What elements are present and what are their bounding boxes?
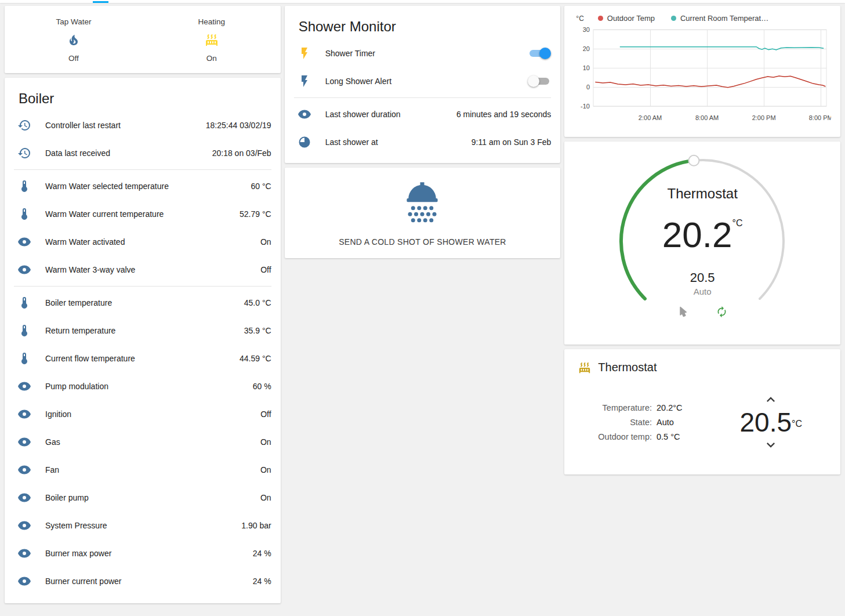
chevron-down-icon[interactable]: [763, 437, 779, 453]
entity-value: 24 %: [253, 577, 271, 586]
entity-row[interactable]: Data last received 20:18 on 03/Feb: [5, 139, 281, 167]
history-graph-card: °C Outdoor Temp Current Room Temperat… 3…: [564, 6, 840, 137]
y-tick-label: 10: [583, 64, 590, 71]
boiler-card: Boiler Controller last restart 18:25:44 …: [5, 78, 281, 603]
entity-name: Boiler pump: [45, 493, 253, 502]
entity-value: 18:25:44 03/02/19: [206, 121, 271, 130]
entity-row[interactable]: Shower Timer: [285, 39, 561, 67]
flash-icon: [298, 46, 311, 60]
entity-row[interactable]: Last shower at 9:11 am on Sun 3 Feb: [285, 128, 561, 156]
entity-value: 24 %: [253, 549, 271, 558]
history-chart-svg: 3020100-102:00 AM8:00 AM2:00 PM8:00 PM: [571, 25, 831, 128]
pointer-icon[interactable]: [677, 306, 689, 318]
eye-icon: [17, 379, 31, 393]
column-left: Tap Water Off Heating On Boiler Controll…: [5, 6, 281, 603]
entity-row[interactable]: Gas On: [5, 428, 281, 456]
entity-row[interactable]: Warm Water selected temperature 60 °C: [5, 172, 281, 200]
axis-unit-label: °C: [576, 15, 583, 23]
column-middle: Shower Monitor Shower Timer Long Shower …: [285, 6, 561, 258]
entity-value: 20:18 on 03/Feb: [212, 148, 271, 158]
entity-row[interactable]: Pump modulation 60 %: [5, 372, 281, 400]
tab-bar: [0, 0, 845, 3]
glance-item-tap-water[interactable]: Tap Water Off: [5, 17, 143, 63]
entity-name: Last shower duration: [325, 110, 449, 119]
cold-shot-button[interactable]: SEND A COLD SHOT OF SHOWER WATER: [285, 168, 561, 258]
x-tick-label: 8:00 PM: [809, 114, 831, 121]
glance-item-heating[interactable]: Heating On: [143, 17, 281, 63]
entity-row[interactable]: Burner current power 24 %: [5, 567, 281, 595]
glance-card: Tap Water Off Heating On: [5, 6, 281, 73]
eye-icon: [17, 574, 31, 588]
active-tab-indicator[interactable]: [93, 1, 108, 3]
entity-row[interactable]: Controller last restart 18:25:44 03/02/1…: [5, 111, 281, 139]
entity-name: Boiler temperature: [45, 298, 237, 307]
chevron-up-icon[interactable]: [763, 392, 779, 408]
attribute-label: State:: [598, 418, 652, 427]
hvac-mode: Auto: [694, 287, 712, 296]
autorenew-icon[interactable]: [716, 306, 728, 318]
entity-name: Warm Water current temperature: [45, 209, 233, 219]
chart-legend: °C Outdoor Temp Current Room Temperat…: [571, 12, 833, 23]
glance-state: On: [206, 54, 217, 63]
entity-name: Controller last restart: [45, 121, 199, 130]
entity-name: Burner max power: [45, 549, 246, 558]
entity-value: 1.90 bar: [241, 521, 271, 530]
entity-name: Warm Water 3-way valve: [45, 265, 253, 274]
thermostat-info-card: Thermostat Temperature: 20.2°C State: Au…: [564, 349, 840, 474]
entity-row[interactable]: Current flow temperature 44.59 °C: [5, 345, 281, 372]
glance-label: Heating: [198, 17, 225, 26]
divider: [294, 97, 552, 98]
card-title: Shower Monitor: [285, 6, 561, 39]
toggle-thumb: [539, 48, 551, 59]
dial-title: Thermostat: [667, 186, 737, 202]
entity-row[interactable]: Last shower duration 6 minutes and 19 se…: [285, 100, 561, 128]
legend-item-room-temp: Current Room Temperat…: [671, 14, 768, 23]
entity-value: On: [260, 493, 271, 502]
y-tick-label: 0: [586, 84, 590, 90]
entity-name: Shower Timer: [325, 49, 528, 58]
divider: [14, 169, 271, 170]
setpoint-unit: °C: [792, 419, 802, 429]
cold-shot-label: SEND A COLD SHOT OF SHOWER WATER: [339, 237, 506, 247]
thermostat-attributes: Temperature: 20.2°C State: Auto Outdoor …: [598, 403, 682, 441]
entity-row[interactable]: System Pressure 1.90 bar: [5, 512, 281, 539]
entity-row[interactable]: Warm Water current temperature 52.79 °C: [5, 200, 281, 228]
entity-row[interactable]: Boiler temperature 45.0 °C: [5, 289, 281, 317]
entity-row[interactable]: Fan On: [5, 456, 281, 484]
thermostat-info-header: Thermostat: [578, 361, 826, 374]
thermometer-icon: [17, 296, 31, 310]
eye-icon: [298, 107, 311, 121]
eye-icon: [17, 491, 31, 505]
x-tick-label: 8:00 AM: [695, 114, 719, 121]
legend-dot: [598, 16, 603, 21]
eye-icon: [17, 407, 31, 421]
entity-row[interactable]: Warm Water activated On: [5, 228, 281, 256]
legend-label: Outdoor Temp: [607, 14, 655, 23]
thermometer-icon: [17, 352, 31, 365]
eye-icon: [17, 263, 31, 277]
shower-head-icon: [398, 179, 447, 228]
entity-row[interactable]: Long Shower Alert: [285, 67, 561, 95]
shower-timer-toggle[interactable]: [528, 48, 551, 59]
eye-icon: [17, 546, 31, 560]
entity-value: 60 %: [253, 382, 271, 391]
long-shower-alert-toggle[interactable]: [528, 75, 551, 87]
entity-row[interactable]: Boiler pump On: [5, 484, 281, 512]
entity-name: System Pressure: [45, 521, 234, 530]
entity-value: On: [260, 465, 271, 474]
entity-row[interactable]: Burner max power 24 %: [5, 539, 281, 567]
divider: [14, 286, 271, 287]
entity-value: 9:11 am on Sun 3 Feb: [472, 137, 552, 147]
entity-row[interactable]: Ignition Off: [5, 400, 281, 428]
entity-value: Off: [260, 265, 271, 274]
chart-series-line: [596, 76, 826, 88]
fire-icon: [67, 33, 81, 47]
eye-icon: [17, 435, 31, 449]
attribute-label: Temperature:: [598, 403, 652, 412]
entity-name: Ignition: [45, 410, 253, 419]
entity-row[interactable]: Return temperature 35.9 °C: [5, 317, 281, 345]
glance-state: Off: [68, 54, 79, 63]
entity-name: Current flow temperature: [45, 354, 233, 363]
radiator-icon: [578, 361, 591, 374]
entity-row[interactable]: Warm Water 3-way valve Off: [5, 256, 281, 284]
